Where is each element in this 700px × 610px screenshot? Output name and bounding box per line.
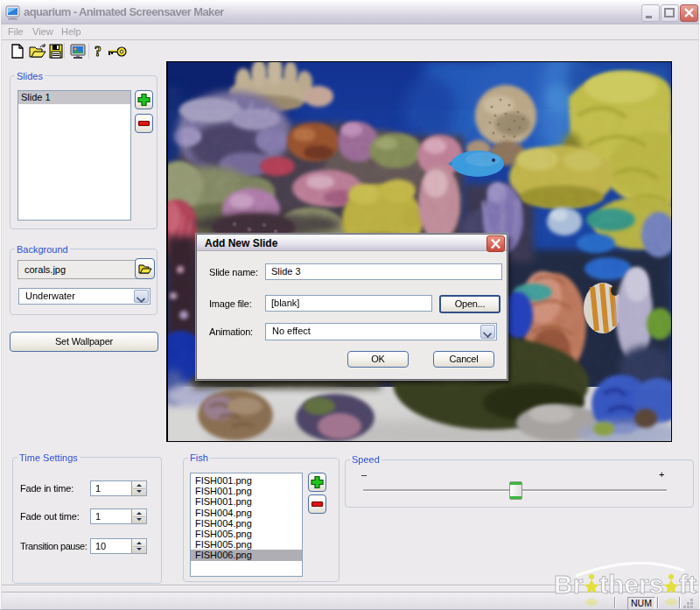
svg-text:ft: ft (679, 570, 696, 599)
svg-text:Br: Br (554, 570, 584, 599)
svg-text:thers: thers (599, 570, 663, 599)
svg-text:?: ? (94, 44, 102, 59)
